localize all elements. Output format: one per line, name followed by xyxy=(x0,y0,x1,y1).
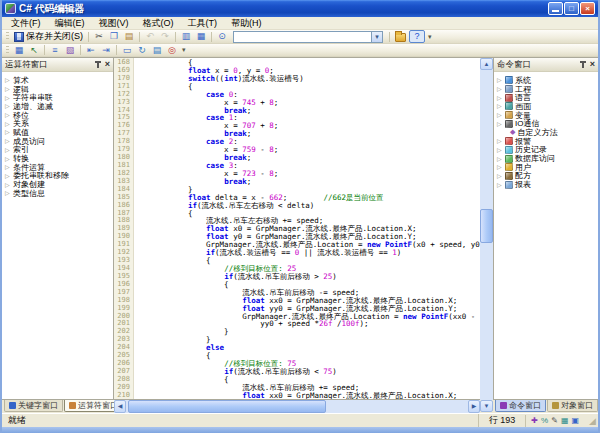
expand-icon[interactable]: ▷ xyxy=(497,76,503,84)
command-item[interactable]: ▷工程 xyxy=(497,85,598,94)
open-folder-button[interactable] xyxy=(393,30,408,43)
expand-icon[interactable]: ▷ xyxy=(497,181,503,189)
expand-icon[interactable]: ▷ xyxy=(5,181,11,189)
tab-command-window[interactable]: 命令窗口 xyxy=(495,400,546,412)
tray-grid-icon[interactable]: ▦ xyxy=(561,415,569,427)
tray-pencil-icon[interactable]: ✎ xyxy=(551,415,558,427)
expand-icon[interactable]: ▷ xyxy=(497,102,503,110)
tab-object-window[interactable]: 对象窗口 xyxy=(547,400,598,412)
vertical-scroll-thumb[interactable] xyxy=(480,209,493,243)
menu-format[interactable]: 格式(O) xyxy=(136,17,181,30)
scroll-up-icon[interactable]: ▲ xyxy=(480,58,493,70)
menu-file[interactable]: 文件(F) xyxy=(4,17,48,30)
maximize-button[interactable]: □ xyxy=(564,2,579,15)
horizontal-scrollbar[interactable]: ◀ ▶ xyxy=(114,400,480,413)
panel-close-icon[interactable]: × xyxy=(105,60,110,69)
menu-tools[interactable]: 工具(T) xyxy=(181,17,225,30)
panel-close-icon[interactable]: × xyxy=(590,60,595,69)
expand-icon[interactable]: ▷ xyxy=(5,163,11,171)
table-button[interactable]: ▦ xyxy=(12,44,26,57)
code-line[interactable]: if(流水线.吊车左右移动 < delta) xyxy=(188,202,480,210)
code-area[interactable]: {float x = 0, y = 0;switch((int)流水线.装运槽号… xyxy=(134,58,480,399)
command-item[interactable]: ▷画面 xyxy=(497,102,598,111)
code-line[interactable]: } xyxy=(188,336,480,344)
operator-item[interactable]: ▷类型信息 xyxy=(5,189,113,198)
expand-icon[interactable]: ▷ xyxy=(5,128,11,136)
expand-icon[interactable]: ▷ xyxy=(497,85,503,93)
command-item[interactable]: ▷报警 xyxy=(497,137,598,146)
rectangle-button[interactable]: ▭ xyxy=(120,44,134,57)
menu-edit[interactable]: 编辑(E) xyxy=(48,17,92,30)
paste-button[interactable]: ▤ xyxy=(122,30,136,43)
code-line[interactable]: if(流水线.吊车前后移动 < 75) xyxy=(188,368,480,376)
code-line[interactable]: if(流水线.装运槽号 == 0 || 流水线.装运槽号 == 1) xyxy=(188,249,480,257)
code-line[interactable]: else xyxy=(188,344,480,352)
print-preview-button[interactable]: ▥ xyxy=(179,30,193,43)
expand-icon[interactable]: ▷ xyxy=(5,146,11,154)
toolbar-overflow-button[interactable]: ▾ xyxy=(426,33,434,41)
tray-percent-icon[interactable]: % xyxy=(541,415,548,427)
scroll-down-icon[interactable]: ▼ xyxy=(480,400,493,412)
command-item[interactable]: ◆自定义方法 xyxy=(497,128,598,137)
toolbar-combobox[interactable]: ▾ xyxy=(233,31,383,43)
indent-button[interactable]: ⇥ xyxy=(99,44,113,57)
minimize-button[interactable] xyxy=(548,2,563,15)
pin-icon[interactable] xyxy=(579,60,587,69)
combo-dropdown-icon[interactable]: ▾ xyxy=(371,32,382,42)
pin-icon[interactable] xyxy=(94,60,102,69)
expand-icon[interactable]: ▷ xyxy=(497,163,503,171)
select-pointer-button[interactable]: ↖ xyxy=(27,44,41,57)
print-button[interactable]: ▦ xyxy=(194,30,208,43)
command-item[interactable]: ▷配方 xyxy=(497,172,598,181)
code-line[interactable]: yy0 + speed *26f /100f); xyxy=(188,320,480,328)
rotate-button[interactable]: ↻ xyxy=(135,44,149,57)
menu-view[interactable]: 视图(V) xyxy=(92,17,136,30)
toolbar-overflow-button[interactable]: ▾ xyxy=(180,46,188,54)
menu-help[interactable]: 帮助(H) xyxy=(224,17,269,30)
command-item[interactable]: ▷语言 xyxy=(497,93,598,102)
cut-button[interactable]: ✂ xyxy=(92,30,106,43)
command-item[interactable]: ▷系统 xyxy=(497,76,598,85)
tray-anchor-icon[interactable]: ✚ xyxy=(531,415,538,427)
expand-icon[interactable]: ▷ xyxy=(5,172,11,180)
scroll-left-icon[interactable]: ◀ xyxy=(114,400,126,413)
expand-icon[interactable]: ▷ xyxy=(5,155,11,163)
save-and-close-button[interactable]: 保存并关闭(S) xyxy=(12,30,85,43)
code-line[interactable]: } xyxy=(188,328,480,336)
expand-icon[interactable]: ▷ xyxy=(497,155,503,163)
expand-icon[interactable]: ▷ xyxy=(497,120,503,128)
horizontal-scroll-track[interactable] xyxy=(126,400,468,413)
expand-icon[interactable]: ▷ xyxy=(497,146,503,154)
command-item[interactable]: ▷报表 xyxy=(497,180,598,189)
tab-keyword-window[interactable]: 关键字窗口 xyxy=(4,400,63,412)
expand-icon[interactable]: ▷ xyxy=(5,76,11,84)
expand-icon[interactable]: ▷ xyxy=(5,120,11,128)
print-blue-button[interactable]: ▤ xyxy=(150,44,164,57)
command-item[interactable]: ▷数据库访问 xyxy=(497,154,598,163)
command-item[interactable]: ▷变量 xyxy=(497,111,598,120)
scroll-right-icon[interactable]: ▶ xyxy=(468,400,480,413)
find-button[interactable]: ⊙ xyxy=(215,30,229,43)
vertical-scrollbar[interactable]: ▲ xyxy=(480,57,493,400)
vertical-scroll-track[interactable] xyxy=(480,70,493,400)
expand-icon[interactable]: ▷ xyxy=(5,111,11,119)
horizontal-scroll-thumb[interactable] xyxy=(128,400,326,413)
tray-panel-icon[interactable]: ▣ xyxy=(571,415,579,427)
command-item[interactable]: ▷用户 xyxy=(497,163,598,172)
find-remove-button[interactable]: ◎ xyxy=(165,44,179,57)
expand-icon[interactable]: ▷ xyxy=(497,172,503,180)
close-button[interactable]: × xyxy=(580,2,595,15)
expand-icon[interactable]: ▷ xyxy=(5,94,11,102)
align-button[interactable]: ≡ xyxy=(48,44,62,57)
expand-icon[interactable]: ▷ xyxy=(5,189,11,197)
code-line[interactable]: switch((int)流水线.装运槽号) xyxy=(188,75,480,83)
expand-icon[interactable]: ▷ xyxy=(497,137,503,145)
expand-icon[interactable]: ▷ xyxy=(5,85,11,93)
outdent-button[interactable]: ⇤ xyxy=(84,44,98,57)
expand-icon[interactable]: ▷ xyxy=(497,94,503,102)
code-editor[interactable]: 1681691701711721731741751761771781791801… xyxy=(114,57,480,400)
expand-icon[interactable]: ▷ xyxy=(5,137,11,145)
redo-button[interactable]: ↷ xyxy=(158,30,172,43)
code-line[interactable]: float xx0 = GrpManager.流水线.最终产品.Location… xyxy=(188,392,480,399)
undo-button[interactable]: ↶ xyxy=(143,30,157,43)
